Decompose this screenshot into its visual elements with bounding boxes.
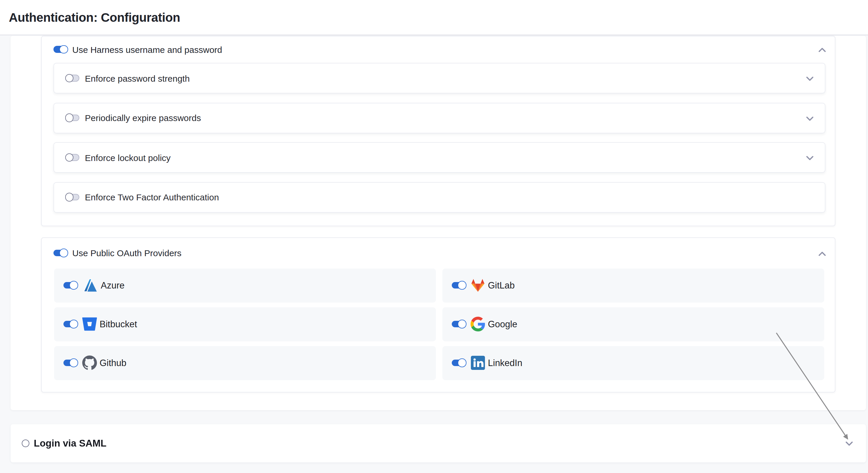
gitlab-toggle[interactable] xyxy=(452,282,465,289)
chevron-down-icon[interactable] xyxy=(806,152,813,163)
oauth-provider-github[interactable]: Github xyxy=(54,346,436,380)
azure-toggle[interactable] xyxy=(63,282,77,289)
setting-enforce-two-factor-authentication[interactable]: Enforce Two Factor Authentication xyxy=(54,182,825,212)
oauth-column-right: GitLab Google xyxy=(442,268,824,380)
enforce-lockout-policy-toggle[interactable] xyxy=(66,154,79,161)
bitbucket-icon xyxy=(82,317,97,332)
gitlab-icon xyxy=(471,278,485,293)
provider-label: Bitbucket xyxy=(100,319,137,329)
provider-label: GitLab xyxy=(488,280,515,290)
setting-label: Enforce password strength xyxy=(85,73,190,83)
provider-label: LinkedIn xyxy=(488,357,522,368)
linkedin-toggle[interactable] xyxy=(452,359,465,366)
periodically-expire-passwords-toggle[interactable] xyxy=(66,115,79,121)
setting-label: Periodically expire passwords xyxy=(85,113,201,123)
harness-username-password-toggle[interactable] xyxy=(54,46,67,53)
chevron-down-icon[interactable] xyxy=(806,73,813,84)
provider-label: Github xyxy=(100,357,126,368)
login-via-saml-card[interactable]: Login via SAML xyxy=(10,424,866,462)
saml-expand-chevron-down-icon[interactable] xyxy=(845,438,853,449)
linkedin-icon xyxy=(471,355,485,370)
chevron-up-icon[interactable] xyxy=(818,248,826,258)
enforce-two-factor-authentication-toggle[interactable] xyxy=(66,194,79,201)
azure-icon xyxy=(82,278,98,293)
section-public-oauth-providers: Use Public OAuth Providers xyxy=(41,237,835,392)
oauth-provider-linkedin[interactable]: LinkedIn xyxy=(442,346,824,380)
bitbucket-toggle[interactable] xyxy=(63,321,77,327)
oauth-section-label: Use Public OAuth Providers xyxy=(72,248,182,258)
setting-enforce-password-strength[interactable]: Enforce password strength xyxy=(54,63,825,93)
oauth-section-header: Use Public OAuth Providers xyxy=(42,238,835,268)
oauth-provider-google[interactable]: Google xyxy=(442,307,824,341)
public-oauth-providers-toggle[interactable] xyxy=(54,250,67,256)
harness-section-label: Use Harness username and password xyxy=(72,44,222,54)
enforce-password-strength-toggle[interactable] xyxy=(66,75,79,82)
google-toggle[interactable] xyxy=(452,321,465,327)
saml-radio-button[interactable] xyxy=(22,440,29,447)
oauth-provider-azure[interactable]: Azure xyxy=(54,268,436,302)
harness-section-header: Use Harness username and password xyxy=(42,36,835,62)
page-header: Authentication: Configuration xyxy=(0,0,868,35)
setting-periodically-expire-passwords[interactable]: Periodically expire passwords xyxy=(54,102,825,133)
oauth-provider-bitbucket[interactable]: Bitbucket xyxy=(54,307,436,341)
section-harness-username-password: Use Harness username and password Enforc… xyxy=(41,36,835,226)
github-toggle[interactable] xyxy=(63,359,77,366)
oauth-column-left: Azure Bitbucket Github xyxy=(54,268,436,380)
provider-label: Google xyxy=(488,319,517,329)
setting-enforce-lockout-policy[interactable]: Enforce lockout policy xyxy=(54,142,825,173)
github-icon xyxy=(82,355,97,370)
chevron-down-icon[interactable] xyxy=(806,113,813,123)
authentication-configuration-page: Authentication: Configuration Use Harnes… xyxy=(0,0,868,473)
oauth-provider-gitlab[interactable]: GitLab xyxy=(442,268,824,302)
setting-label: Enforce Two Factor Authentication xyxy=(85,192,219,202)
chevron-up-icon[interactable] xyxy=(818,44,826,55)
page-title: Authentication: Configuration xyxy=(9,10,180,24)
setting-label: Enforce lockout policy xyxy=(85,153,170,162)
oauth-provider-grid: Azure Bitbucket Github xyxy=(54,268,824,380)
auth-settings-card: Use Harness username and password Enforc… xyxy=(10,36,866,410)
provider-label: Azure xyxy=(101,280,125,290)
saml-label: Login via SAML xyxy=(34,438,106,449)
google-icon xyxy=(471,317,485,332)
